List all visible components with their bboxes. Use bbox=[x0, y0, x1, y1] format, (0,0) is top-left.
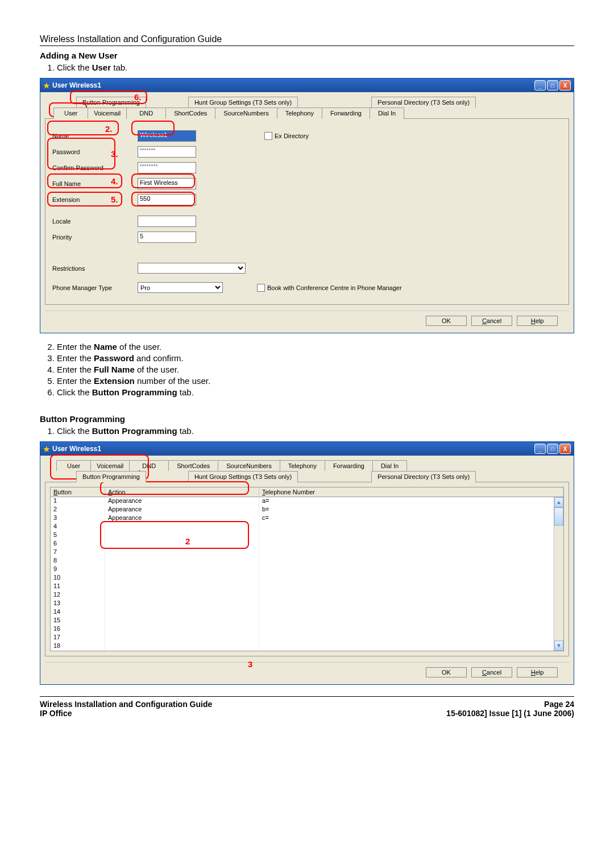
extension-input[interactable]: 550 bbox=[138, 194, 196, 205]
name-label: Name bbox=[52, 133, 138, 139]
table-row[interactable]: 6 bbox=[51, 540, 554, 548]
tab-button-programming[interactable]: Button Programming bbox=[76, 471, 146, 482]
table-row[interactable]: 15 bbox=[51, 617, 554, 625]
step-2: Enter the Name of the user. bbox=[57, 342, 574, 352]
confirm-password-input[interactable]: xxxxxxxx bbox=[138, 162, 196, 173]
user-window-2: ★ User Wireless1 _ □ X User Voicemail DN… bbox=[40, 441, 574, 685]
password-label: Password bbox=[52, 148, 138, 155]
tab-button-programming[interactable]: Button Programming bbox=[76, 97, 146, 108]
ok-button[interactable]: OK bbox=[426, 667, 467, 677]
confirm-password-label: Confirm Password bbox=[52, 164, 138, 171]
step-6: Click the Button Programming tab. bbox=[57, 387, 574, 397]
maximize-button[interactable]: □ bbox=[547, 444, 558, 454]
tab-dnd[interactable]: DND bbox=[129, 460, 169, 471]
dialog-buttons: OK Cancel Help bbox=[45, 311, 569, 328]
tab-personal-directory[interactable]: Personal Directory (T3 Sets only) bbox=[371, 471, 476, 482]
table-row[interactable]: 9 bbox=[51, 565, 554, 574]
table-header: Button Action Telephone Number bbox=[50, 487, 564, 497]
tab-hunt-group[interactable]: Hunt Group Settings (T3 Sets only) bbox=[188, 471, 298, 482]
fullname-label: Full Name bbox=[52, 180, 138, 187]
table-row[interactable]: 8 bbox=[51, 557, 554, 565]
table-row[interactable]: 13 bbox=[51, 600, 554, 608]
extension-label: Extension bbox=[52, 196, 138, 203]
priority-label: Priority bbox=[52, 234, 138, 241]
table-row[interactable]: 5 bbox=[51, 531, 554, 540]
close-button[interactable]: X bbox=[559, 444, 571, 454]
window-title-2: User Wireless1 bbox=[52, 445, 101, 453]
col-button[interactable]: Button bbox=[51, 487, 105, 497]
table-row[interactable]: 2Appearanceb= bbox=[51, 506, 554, 514]
tab-sourcenumbers[interactable]: SourceNumbers bbox=[215, 108, 277, 119]
col-telephone[interactable]: Telephone Number bbox=[259, 487, 563, 497]
scroll-down-icon[interactable]: ▼ bbox=[554, 640, 563, 651]
tab-dialin[interactable]: Dial In bbox=[370, 108, 404, 119]
phone-manager-select[interactable]: Pro bbox=[138, 282, 223, 293]
tab-voicemail[interactable]: Voicemail bbox=[88, 108, 127, 119]
table-row[interactable]: 10 bbox=[51, 574, 554, 582]
table-row[interactable]: 17 bbox=[51, 634, 554, 642]
scrollbar[interactable]: ▲ ▼ bbox=[554, 497, 563, 651]
section-title-adding-user: Adding a New User bbox=[40, 51, 574, 60]
tab-forwarding[interactable]: Forwarding bbox=[325, 460, 373, 471]
maximize-button[interactable]: □ bbox=[547, 80, 558, 90]
tab-user[interactable]: User bbox=[56, 460, 91, 471]
tab-user[interactable]: User bbox=[53, 108, 88, 119]
step-4: Enter the Full Name of the user. bbox=[57, 365, 574, 374]
adding-user-steps-2: Enter the Name of the user. Enter the Pa… bbox=[57, 342, 574, 397]
adding-user-steps: Click the User tab. bbox=[57, 63, 574, 72]
table-row[interactable]: 16 bbox=[51, 625, 554, 634]
minimize-button[interactable]: _ bbox=[534, 80, 546, 90]
priority-input[interactable]: 5 bbox=[138, 232, 196, 243]
tab-shortcodes[interactable]: ShortCodes bbox=[165, 108, 215, 119]
tab-voicemail[interactable]: Voicemail bbox=[90, 460, 130, 471]
scroll-thumb[interactable] bbox=[554, 507, 563, 526]
table-row[interactable]: 7 bbox=[51, 548, 554, 557]
table-row[interactable]: 4 bbox=[51, 523, 554, 531]
tab-dialin[interactable]: Dial In bbox=[372, 460, 407, 471]
help-button[interactable]: Help bbox=[517, 667, 558, 677]
help-button[interactable]: Help bbox=[517, 316, 558, 326]
tab-shortcodes[interactable]: ShortCodes bbox=[168, 460, 218, 471]
window-title: User Wireless1 bbox=[52, 81, 101, 89]
scroll-up-icon[interactable]: ▲ bbox=[554, 497, 563, 507]
tab-forwarding[interactable]: Forwarding bbox=[322, 108, 370, 119]
window-controls: _ □ X bbox=[534, 80, 571, 90]
fullname-input[interactable]: First Wireless bbox=[138, 178, 196, 189]
cancel-button[interactable]: Cancel bbox=[471, 667, 512, 677]
tabs-row-1b: User Voicemail DND ShortCodes SourceNumb… bbox=[56, 460, 569, 471]
minimize-button[interactable]: _ bbox=[534, 444, 546, 454]
table-row[interactable]: 1Appearancea= bbox=[51, 497, 554, 506]
window-controls-2: _ □ X bbox=[534, 444, 571, 454]
locale-input[interactable] bbox=[138, 216, 196, 227]
tab-dnd[interactable]: DND bbox=[126, 108, 166, 119]
button-programming-steps: Click the Button Programming tab. bbox=[57, 426, 574, 436]
password-input[interactable]: xxxxxxx bbox=[138, 146, 196, 158]
person-icon: ★ bbox=[43, 81, 50, 90]
step-5: Enter the Extension number of the user. bbox=[57, 376, 574, 386]
table-row[interactable]: 11 bbox=[51, 582, 554, 591]
tab-telephony[interactable]: Telephony bbox=[280, 460, 325, 471]
tab-hunt-group[interactable]: Hunt Group Settings (T3 Sets only) bbox=[188, 97, 298, 108]
section-title-button-programming: Button Programming bbox=[40, 414, 574, 424]
col-action[interactable]: Action bbox=[105, 487, 259, 497]
table-row[interactable]: 18 bbox=[51, 642, 554, 651]
tab-sourcenumbers[interactable]: SourceNumbers bbox=[218, 460, 280, 471]
name-input[interactable]: Wireless1 bbox=[138, 130, 196, 142]
tab-personal-directory[interactable]: Personal Directory (T3 Sets only) bbox=[371, 97, 476, 108]
table-row[interactable]: 12 bbox=[51, 591, 554, 600]
tabs-row-2b: Button Programming Hunt Group Settings (… bbox=[76, 471, 569, 482]
locale-label: Locale bbox=[52, 218, 138, 225]
footer-left-1: Wireless Installation and Configuration … bbox=[40, 700, 212, 709]
table-body: 1Appearancea=2Appearanceb=3Appearancec=4… bbox=[50, 497, 564, 651]
titlebar: ★ User Wireless1 _ □ X bbox=[40, 78, 574, 92]
book-conference-checkbox[interactable] bbox=[257, 284, 265, 292]
ex-directory-checkbox[interactable] bbox=[264, 132, 272, 140]
table-row[interactable]: 3Appearancec= bbox=[51, 514, 554, 523]
close-button[interactable]: X bbox=[559, 80, 571, 90]
cancel-button[interactable]: Cancel bbox=[471, 316, 512, 326]
restrictions-select[interactable] bbox=[138, 263, 246, 274]
table-row[interactable]: 14 bbox=[51, 608, 554, 617]
tab-telephony[interactable]: Telephony bbox=[277, 108, 322, 119]
ok-button[interactable]: OK bbox=[426, 316, 467, 326]
user-window-1: ★ User Wireless1 _ □ X Button Programmin… bbox=[40, 78, 574, 333]
